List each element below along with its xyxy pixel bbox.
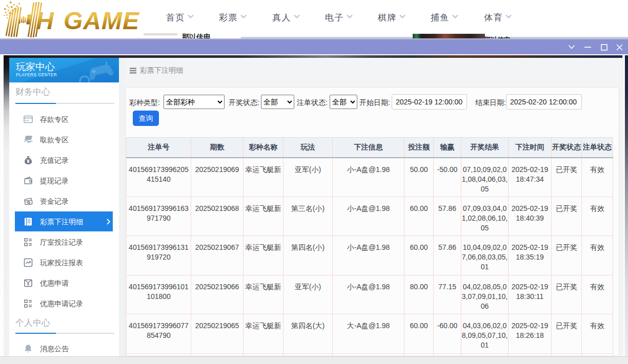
svg-text:H: H (36, 7, 54, 34)
svg-text:GAME: GAME (64, 7, 140, 34)
